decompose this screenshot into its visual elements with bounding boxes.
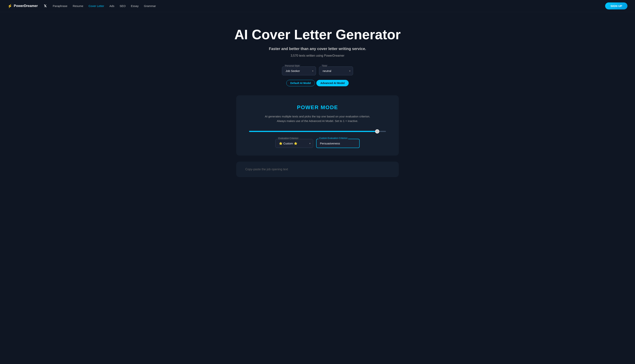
default-ai-model-button[interactable]: Default AI Model	[286, 80, 315, 86]
evaluation-criterion-label: Evaluation Criterion	[278, 137, 299, 140]
hero-title: AI Cover Letter Generator	[234, 27, 401, 42]
logo-text: PowerDreamer	[14, 4, 38, 8]
personal-style-wrapper: Personal Style Job Seeker Executive Crea…	[282, 66, 316, 75]
custom-evaluation-criterion-input[interactable]	[316, 139, 360, 148]
nav-essay[interactable]: Essay	[131, 4, 139, 8]
custom-evaluation-criterion-label: Custom Evaluation Criterion	[319, 137, 348, 140]
hero-stats: 3,570 texts written using PowerDreamer	[291, 54, 345, 58]
hero-subtitle: Faster and better than any cover letter …	[269, 47, 366, 51]
power-mode-slider-container	[248, 129, 387, 133]
power-mode-title: POWER MODE	[248, 104, 387, 110]
power-mode-desc-line1: AI generates multiple texts and picks th…	[265, 115, 370, 118]
job-posting-section: Copy-paste the job opening text	[236, 162, 399, 177]
power-mode-desc-line2: Always makes use of the Advanced AI Mode…	[277, 119, 358, 122]
logo[interactable]: ⚡ PowerDreamer	[8, 4, 38, 8]
nav-ads[interactable]: Ads	[109, 4, 114, 8]
advanced-ai-model-button[interactable]: Advanced AI Model	[316, 80, 349, 86]
navbar-left: ⚡ PowerDreamer 𝕏 Paraphrase Resume Cover…	[8, 4, 156, 8]
tone-wrapper: Tone neutral formal casual enthusiastic …	[319, 66, 353, 75]
personal-style-label: Personal Style	[284, 64, 300, 67]
custom-evaluation-criterion-wrapper: Custom Evaluation Criterion	[316, 139, 360, 148]
nav-cover-letter[interactable]: Cover Letter	[89, 4, 104, 8]
personal-style-select[interactable]: Job Seeker Executive Creative Technical	[282, 66, 316, 75]
nav-seo[interactable]: SEO	[120, 4, 126, 8]
tone-select[interactable]: neutral formal casual enthusiastic	[319, 66, 353, 75]
power-mode-slider[interactable]	[249, 131, 386, 132]
tone-label: Tone	[321, 64, 328, 67]
criterion-row: Evaluation Criterion ⭐ Custom ⭐ Relevanc…	[248, 139, 387, 148]
controls-row: Personal Style Job Seeker Executive Crea…	[282, 66, 353, 75]
model-toggle: Default AI Model Advanced AI Model	[286, 80, 349, 86]
nav-links: Paraphrase Resume Cover Letter Ads SEO E…	[53, 4, 156, 8]
navbar: ⚡ PowerDreamer 𝕏 Paraphrase Resume Cover…	[0, 0, 635, 12]
hero-section: AI Cover Letter Generator Faster and bet…	[0, 12, 635, 185]
evaluation-criterion-select[interactable]: ⭐ Custom ⭐ Relevance Clarity Impact	[275, 139, 313, 148]
evaluation-criterion-wrapper: Evaluation Criterion ⭐ Custom ⭐ Relevanc…	[275, 139, 313, 148]
power-mode-card: POWER MODE AI generates multiple texts a…	[236, 95, 399, 156]
nav-grammar[interactable]: Grammar	[144, 4, 156, 8]
lightning-icon: ⚡	[8, 4, 12, 8]
job-posting-placeholder: Copy-paste the job opening text	[245, 168, 288, 171]
x-social-icon[interactable]: 𝕏	[44, 4, 47, 8]
power-mode-description: AI generates multiple texts and picks th…	[248, 114, 387, 123]
nav-resume[interactable]: Resume	[73, 4, 83, 8]
nav-paraphrase[interactable]: Paraphrase	[53, 4, 68, 8]
signup-button[interactable]: SIGN UP	[605, 2, 627, 10]
